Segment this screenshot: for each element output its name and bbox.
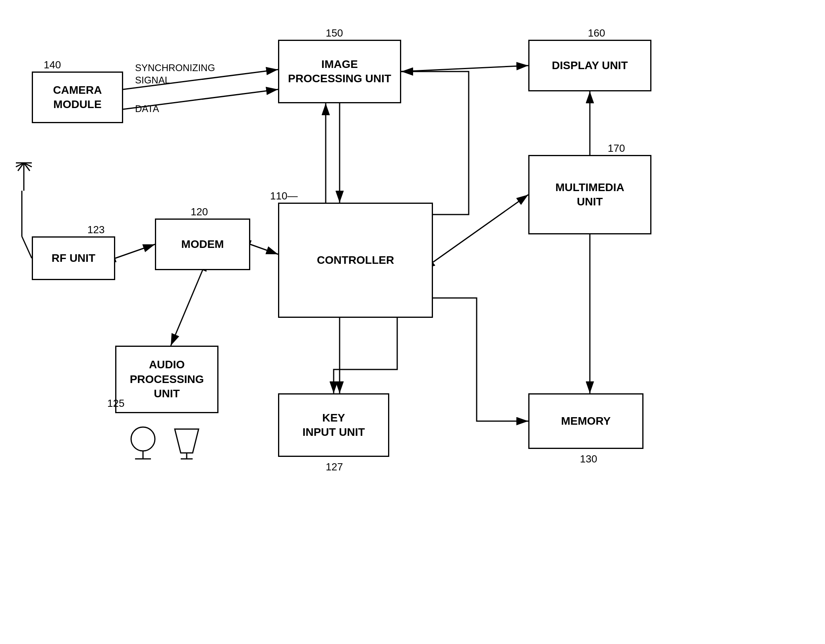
svg-line-7 [433,195,528,262]
display-unit-block: DISPLAY UNIT [528,40,651,91]
svg-line-11 [171,270,203,346]
key-input-label: KEYINPUT UNIT [302,411,365,440]
svg-line-15 [22,236,32,258]
speaker-circle [127,425,159,462]
display-unit-ref: 160 [588,27,605,39]
diagram: CAMERA MODULE 140 SYNCHRONIZINGSIGNAL DA… [0,0,825,644]
sync-signal-label: SYNCHRONIZINGSIGNAL [135,62,215,86]
rf-unit-block: RF UNIT [32,236,115,280]
image-processing-label: IMAGEPROCESSING UNIT [288,57,391,86]
svg-line-9 [115,244,155,258]
controller-ref: 110— [270,190,298,202]
data-label: DATA [135,103,159,114]
svg-marker-25 [175,429,199,453]
controller-label: CONTROLLER [317,253,394,267]
modem-ref: 120 [191,206,208,218]
speaker-trapezoid [171,425,203,462]
multimedia-unit-ref: 170 [608,142,625,155]
memory-label: MEMORY [561,414,611,428]
image-processing-block: IMAGEPROCESSING UNIT [278,40,401,103]
camera-module-block: CAMERA MODULE [32,72,123,123]
antenna-symbol [12,155,36,196]
camera-module-ref: 140 [44,59,61,71]
modem-label: MODEM [181,237,224,251]
arrows-svg [0,0,825,644]
key-input-block: KEYINPUT UNIT [278,393,389,457]
image-processing-ref: 150 [326,27,343,39]
memory-ref: 130 [580,453,597,465]
modem-block: MODEM [155,219,250,270]
audio-processing-ref: 125 [107,397,124,410]
svg-line-4 [401,66,528,72]
multimedia-unit-block: MULTIMEDIAUNIT [528,155,651,234]
key-input-ref: 127 [326,461,343,473]
svg-point-22 [131,427,155,451]
rf-unit-label: RF UNIT [52,251,95,265]
audio-processing-label: AUDIOPROCESSINGUNIT [130,358,204,401]
audio-processing-block: AUDIOPROCESSINGUNIT [115,346,218,413]
svg-line-10 [250,244,278,254]
rf-unit-ref: 123 [87,224,104,236]
multimedia-unit-label: MULTIMEDIAUNIT [555,180,624,209]
memory-block: MEMORY [528,393,643,449]
controller-block: CONTROLLER [278,203,433,318]
display-unit-label: DISPLAY UNIT [552,58,628,73]
camera-module-label: CAMERA MODULE [33,83,122,112]
